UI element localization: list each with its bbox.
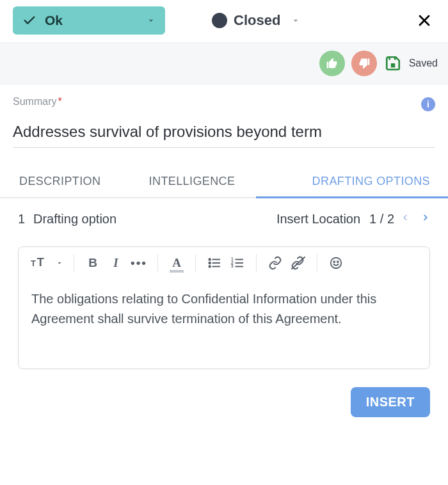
insert-location-label: Insert Location bbox=[276, 212, 360, 227]
text-color-button[interactable]: A bbox=[167, 253, 186, 273]
toolbar-separator bbox=[74, 254, 74, 272]
svg-point-21 bbox=[333, 261, 335, 262]
tab-description[interactable]: DESCRIPTION bbox=[0, 167, 128, 197]
toolbar-separator bbox=[157, 254, 158, 272]
saved-label: Saved bbox=[409, 58, 438, 69]
svg-point-7 bbox=[209, 258, 211, 260]
tab-intelligence[interactable]: INTELLIGENCE bbox=[128, 167, 256, 197]
svg-point-9 bbox=[209, 262, 211, 264]
location-sep: / bbox=[376, 212, 387, 226]
info-button[interactable]: i bbox=[421, 97, 435, 111]
tab-drafting-options[interactable]: DRAFTING OPTIONS bbox=[256, 167, 448, 197]
svg-point-11 bbox=[209, 266, 211, 267]
thumbs-down-button[interactable] bbox=[351, 51, 377, 76]
text-size-chevron-icon[interactable] bbox=[54, 253, 65, 273]
summary-label: Summary* bbox=[13, 96, 435, 107]
svg-text:T: T bbox=[37, 257, 44, 269]
state-closed-label: Closed bbox=[234, 12, 280, 29]
text-size-button[interactable]: TT bbox=[28, 253, 51, 273]
svg-rect-2 bbox=[390, 63, 395, 68]
italic-button[interactable]: I bbox=[106, 253, 125, 273]
bullet-list-button[interactable] bbox=[205, 253, 224, 273]
state-closed-dropdown[interactable]: Closed bbox=[177, 6, 301, 35]
close-button[interactable] bbox=[413, 10, 435, 31]
toolbar-separator bbox=[317, 254, 317, 272]
emoji-button[interactable] bbox=[326, 253, 346, 273]
check-icon bbox=[22, 13, 37, 28]
summary-input[interactable] bbox=[13, 116, 435, 148]
status-ok-label: Ok bbox=[45, 13, 63, 28]
link-button[interactable] bbox=[266, 253, 285, 273]
location-total: 2 bbox=[387, 212, 394, 226]
svg-text:3: 3 bbox=[231, 264, 234, 268]
chevron-down-icon bbox=[291, 15, 301, 26]
editor-toolbar: TT B I ••• A 123 bbox=[19, 247, 429, 279]
drafting-count: 1 bbox=[18, 212, 29, 227]
svg-point-22 bbox=[337, 261, 339, 262]
status-dot-icon bbox=[212, 13, 227, 28]
insert-button[interactable]: INSERT bbox=[351, 387, 430, 417]
chevron-down-icon bbox=[146, 15, 156, 26]
location-current: 1 bbox=[369, 212, 376, 226]
toolbar-separator bbox=[195, 254, 196, 272]
drafting-editor: TT B I ••• A 123 bbox=[18, 246, 430, 369]
drafting-count-label: Drafting option bbox=[33, 212, 116, 227]
unlink-button[interactable] bbox=[289, 253, 308, 273]
prev-location-button[interactable] bbox=[401, 211, 410, 227]
bold-button[interactable]: B bbox=[83, 253, 102, 273]
next-location-button[interactable] bbox=[421, 211, 430, 227]
toolbar-separator bbox=[256, 254, 257, 272]
numbered-list-button[interactable]: 123 bbox=[228, 253, 247, 273]
save-icon bbox=[383, 54, 403, 73]
drafting-text-area[interactable]: The obligations relating to Confidential… bbox=[19, 279, 429, 369]
svg-point-20 bbox=[331, 258, 342, 269]
more-formatting-button[interactable]: ••• bbox=[129, 253, 148, 273]
svg-text:T: T bbox=[31, 258, 36, 268]
status-ok-dropdown[interactable]: Ok bbox=[13, 6, 165, 35]
thumbs-up-button[interactable] bbox=[319, 51, 345, 76]
